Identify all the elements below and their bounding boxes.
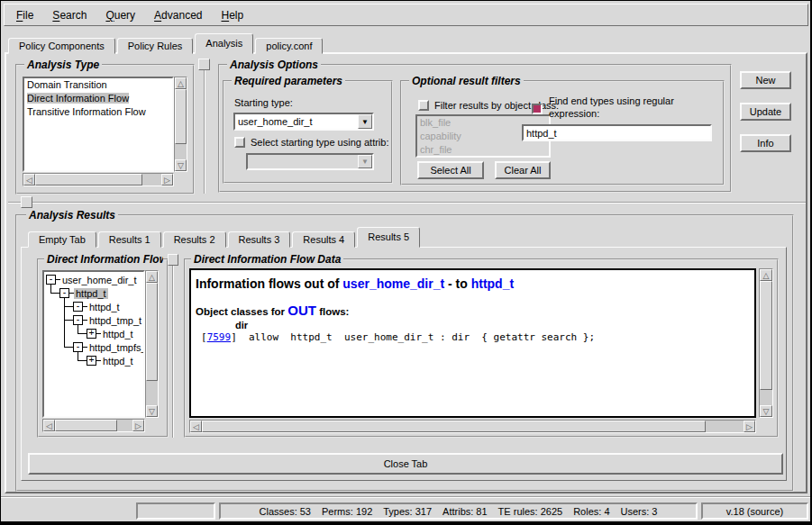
object-class-checkbox[interactable]	[418, 100, 429, 111]
policy-version: v.18 (source)	[726, 506, 783, 517]
stat-attribs: Attribs: 81	[442, 506, 488, 517]
expand-icon[interactable]: +	[87, 356, 96, 366]
stat-te-rules: TE rules: 2625	[498, 506, 563, 517]
analysis-type-vscrollbar[interactable]: △ ▽	[174, 77, 187, 172]
tree-node[interactable]: -httpd_t	[73, 300, 122, 313]
starting-type-combobox[interactable]: user_home_dir_t ▼	[233, 113, 374, 131]
scroll-up-icon[interactable]: △	[760, 269, 772, 281]
tree-data-sash-handle[interactable]	[168, 254, 178, 266]
scroll-right-icon[interactable]: ▷	[161, 174, 173, 186]
update-button[interactable]: Update	[740, 103, 791, 121]
tree-node[interactable]: -httpd_tmpfs_	[73, 340, 145, 354]
list-item: chr_file	[417, 143, 549, 157]
tree-node[interactable]: -httpd_tmp_t	[73, 313, 143, 327]
collapse-icon[interactable]: -	[73, 302, 83, 312]
scrollbar-thumb[interactable]	[175, 89, 187, 144]
tab-policy-rules[interactable]: Policy Rules	[117, 38, 194, 54]
menu-search[interactable]: Search	[45, 7, 94, 23]
attrib-value	[248, 155, 358, 168]
status-version-box: v.18 (source)	[701, 502, 808, 520]
menu-advanced[interactable]: Advanced	[147, 7, 209, 23]
tree-node[interactable]: +httpd_t	[87, 354, 135, 367]
pane-sash-handle[interactable]	[198, 59, 210, 70]
select-all-button[interactable]: Select All	[417, 161, 484, 179]
analysis-type-hscrollbar[interactable]: ◁ ▷	[23, 173, 174, 186]
statusbar-separator	[1, 496, 812, 498]
flow-tree-hscrollbar[interactable]: ◁ ▷	[42, 419, 145, 432]
results-sash-handle[interactable]	[21, 196, 32, 208]
regex-checkbox-label-line2: expression:	[549, 108, 599, 119]
tab-policy-conf[interactable]: policy.conf	[255, 38, 323, 54]
collapse-icon[interactable]: -	[73, 342, 83, 352]
scroll-left-icon[interactable]: ◁	[43, 420, 55, 431]
scrollbar-thumb[interactable]	[35, 174, 142, 186]
scroll-right-icon[interactable]: ▷	[132, 420, 144, 431]
menu-query[interactable]: Query	[98, 7, 142, 23]
close-tab-button[interactable]: Close Tab	[28, 453, 783, 475]
tab-results-4[interactable]: Results 4	[292, 231, 355, 248]
scrollbar-thumb[interactable]	[55, 420, 117, 431]
scroll-left-icon[interactable]: ◁	[190, 421, 202, 432]
analysis-options-title: Analysis Options	[227, 59, 321, 71]
tree-node[interactable]: -user_home_dir_t	[46, 273, 139, 286]
stat-users: Users: 3	[621, 506, 658, 517]
scroll-left-icon[interactable]: ◁	[23, 174, 35, 186]
list-item[interactable]: Direct Information Flow	[24, 92, 172, 105]
scroll-up-icon[interactable]: △	[175, 77, 187, 89]
tree-data-sash[interactable]	[172, 254, 174, 438]
rule-id-link[interactable]: 7599	[207, 331, 232, 343]
flow-tree: -user_home_dir_t -httpd_t -httpd_t -http…	[42, 270, 145, 418]
tree-line	[78, 333, 87, 334]
menu-file[interactable]: File	[9, 7, 41, 23]
clear-all-button[interactable]: Clear All	[495, 161, 551, 179]
scroll-down-icon[interactable]: ▽	[146, 405, 158, 417]
scroll-down-icon[interactable]: ▽	[760, 405, 772, 417]
tab-results-5[interactable]: Results 5	[357, 227, 420, 248]
flow-tree-vscrollbar[interactable]: △ ▽	[145, 270, 159, 418]
chevron-down-icon[interactable]: ▼	[358, 114, 372, 129]
tab-results-1[interactable]: Results 1	[98, 231, 161, 248]
results-sash[interactable]	[8, 202, 806, 204]
regex-input[interactable]	[522, 124, 712, 141]
collapse-icon[interactable]: -	[73, 315, 83, 325]
analysis-type-listbox: Domain Transition Direct Information Flo…	[23, 77, 174, 172]
list-item[interactable]: Domain Transition	[24, 78, 172, 92]
list-item[interactable]: Transitive Information Flow	[24, 105, 172, 119]
tab-policy-components[interactable]: Policy Components	[8, 38, 115, 54]
flow-data-title: Direct Information Flow Data	[191, 253, 343, 266]
tree-line	[64, 320, 73, 321]
tree-line	[64, 306, 73, 307]
tab-results-2[interactable]: Results 2	[163, 231, 226, 248]
tab-analysis[interactable]: Analysis	[195, 33, 253, 54]
attrib-checkbox[interactable]	[234, 137, 245, 148]
scrollbar-thumb[interactable]	[146, 283, 158, 381]
rule-line: [7599] allow httpd_t user_home_dir_t : d…	[201, 331, 595, 343]
status-stats-box: Classes: 53 Perms: 192 Types: 317 Attrib…	[219, 502, 698, 520]
flow-data-vscrollbar[interactable]: △ ▽	[759, 268, 773, 418]
tree-node[interactable]: +httpd_t	[87, 327, 135, 340]
scroll-down-icon[interactable]: ▽	[175, 159, 187, 171]
apol-window: File Search Query Advanced Help Policy C…	[0, 0, 812, 525]
menu-help[interactable]: Help	[214, 7, 251, 23]
regex-checkbox[interactable]	[532, 104, 543, 114]
collapse-icon[interactable]: -	[59, 288, 69, 298]
pane-sash[interactable]	[204, 59, 205, 194]
status-empty-box	[136, 502, 215, 520]
scrollbar-thumb[interactable]	[760, 281, 772, 390]
analysis-results-title: Analysis Results	[26, 209, 118, 222]
expand-icon[interactable]: +	[87, 329, 96, 339]
flow-data-hscrollbar[interactable]: ◁ ▷	[189, 420, 756, 433]
scroll-up-icon[interactable]: △	[146, 271, 158, 283]
menubar: File Search Query Advanced Help	[4, 4, 808, 26]
info-button[interactable]: Info	[740, 134, 791, 152]
scrollbar-thumb[interactable]	[202, 421, 706, 432]
new-button[interactable]: New	[740, 71, 791, 89]
tab-empty-tab[interactable]: Empty Tab	[28, 231, 96, 248]
analysis-type-title: Analysis Type	[24, 59, 102, 71]
object-class-name: dir	[235, 320, 248, 330]
collapse-icon[interactable]: -	[46, 275, 56, 285]
tree-node[interactable]: -httpd_t	[59, 286, 108, 300]
tab-results-3[interactable]: Results 3	[228, 231, 291, 248]
stat-perms: Perms: 192	[322, 506, 372, 517]
scroll-right-icon[interactable]: ▷	[744, 421, 755, 432]
